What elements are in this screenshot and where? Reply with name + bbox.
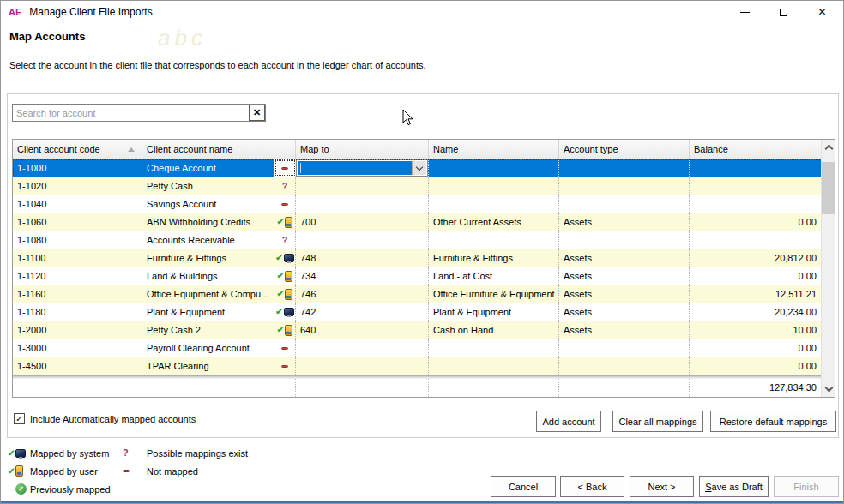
cell-balance: 10.00 [690,321,822,339]
grid-row[interactable]: 1-1020Petty Cash? [13,177,822,195]
maximize-button[interactable] [764,1,803,23]
search-box: ✕ [12,104,266,122]
cell-mapping-status [274,159,296,177]
cell-name [429,231,559,249]
grid-row[interactable]: 1-1100Furniture & Fittings✔748Furniture … [13,249,822,267]
restore-default-mappings-button[interactable]: Restore default mappings [710,411,836,432]
legend: ✔ Mapped by system ? Possible mappings e… [8,444,248,498]
previously-mapped-icon: ✔ [8,483,30,495]
minimize-icon [740,12,750,13]
add-account-button[interactable]: Add account [536,411,601,432]
next-button[interactable]: Next > [630,476,694,497]
close-button[interactable]: ✕ [803,1,841,23]
cell-mapping-status: ✔ [274,213,296,231]
ae-app-icon: AE [9,7,21,17]
search-input[interactable] [13,105,249,121]
cell-client-account-code: 1-2000 [13,321,142,339]
clear-all-mappings-button[interactable]: Clear all mappings [612,411,703,432]
cell-client-account-name: Furniture & Fittings [142,249,274,267]
check-icon: ✔ [277,218,284,226]
column-header-name[interactable]: Name [429,140,559,159]
cell-account-type [559,195,690,213]
cell-client-account-code: 1-4500 [13,357,142,375]
column-header-balance[interactable]: Balance [690,140,822,159]
search-clear-button[interactable]: ✕ [249,105,265,121]
watermark: abc [158,25,207,51]
cell-map-to: 746 [296,285,429,303]
cell-map-to [296,357,429,375]
cell-map-to [296,177,429,195]
cell-account-type: Assets [559,321,690,339]
chevron-down-icon [824,384,833,393]
legend-mapped-by-user: Mapped by user [30,466,123,477]
column-header-client-account-name[interactable]: Client account name [142,140,274,159]
cell-account-type: Assets [559,213,690,231]
grid-total-row: 127,834.30 [13,379,822,397]
cell-name [429,177,559,195]
grid-row[interactable]: 1-1160Office Equipment & Compu...✔746Off… [13,285,822,303]
grid-row[interactable]: 1-1080Accounts Receivable? [13,231,822,249]
user-icon [15,465,23,477]
grid-row[interactable]: 1-1060ABN Withholding Credits✔700Other C… [13,213,822,231]
cell-client-account-name: Plant & Equipment [142,303,274,321]
cancel-button[interactable]: Cancel [491,476,556,497]
column-header-account-type[interactable]: Account type [559,140,690,159]
column-header-status[interactable] [274,140,296,159]
cell-name [429,357,559,375]
scroll-down-button[interactable] [822,382,835,397]
minimize-button[interactable] [726,1,764,23]
cell-client-account-name: Accounts Receivable [142,231,274,249]
cell-map-to [296,195,429,213]
cell-mapping-status [274,357,296,375]
grid-row[interactable]: 1-1040Savings Account [13,195,822,213]
column-header-client-account-code[interactable]: Client account code [13,140,142,159]
cell-client-account-name: Savings Account [142,195,274,213]
user-icon [285,325,292,336]
cell-name: Other Current Assets [429,213,559,231]
check-icon: ✔ [277,272,284,280]
title-bar: AE Manage Client File Imports [1,1,843,23]
cell-client-account-code: 1-1020 [13,177,142,195]
cell-account-type: Assets [559,285,690,303]
grid-row[interactable]: 1-3000Payroll Clearing Account0.00 [13,339,822,357]
map-to-combobox[interactable] [296,159,428,177]
not-mapped-icon [281,365,288,368]
combo-dropdown-button[interactable] [412,161,426,175]
cell-name: Cash on Hand [429,321,559,339]
cell-client-account-code: 1-1080 [13,231,142,249]
not-mapped-icon [281,347,288,350]
grid-row[interactable]: 1-2000Petty Cash 2✔640Cash on HandAssets… [13,321,822,339]
cell-name [429,195,559,213]
cell-client-account-name: Payroll Clearing Account [142,339,274,357]
cell-account-type [559,357,690,375]
cell-name: Plant & Equipment [429,303,559,321]
grid-row[interactable]: 1-1120Land & Buildings✔734Land - at Cost… [13,267,822,285]
scrollbar-thumb[interactable] [822,162,835,214]
cell-mapping-status: ✔ [274,303,296,321]
accounts-grid: Client account code Client account name … [12,139,835,398]
cell-client-account-name: Land & Buildings [142,267,274,285]
cell-balance [690,159,822,177]
window-title: Manage Client File Imports [29,6,152,18]
combo-text-area[interactable] [298,161,412,175]
page-title: Map Accounts [9,30,85,43]
question-icon: ? [123,448,147,458]
user-icon [285,217,292,228]
grid-row[interactable]: 1-4500TPAR Clearing0.00 [13,357,822,375]
include-auto-mapped-checkbox[interactable]: ✓ [14,413,25,424]
include-auto-mapped-option[interactable]: ✓ Include Automatically mapped accounts [14,413,196,424]
cell-client-account-code: 1-1060 [13,213,142,231]
cell-client-account-name: TPAR Clearing [142,357,274,375]
column-header-map-to[interactable]: Map to [296,140,429,159]
dialog-window: AE Manage Client File Imports ✕ Map Acco… [0,0,844,504]
vertical-scrollbar[interactable] [821,140,835,397]
grid-header: Client account code Client account name … [13,140,822,159]
grid-row[interactable]: 1-1180Plant & Equipment✔742Plant & Equip… [13,303,822,321]
grid-row[interactable]: 1-1000Cheque Account [13,159,822,177]
cell-client-account-code: 1-1160 [13,285,142,303]
cell-balance [690,195,822,213]
save-as-draft-button[interactable]: Save as Draft [699,476,769,497]
scroll-up-button[interactable] [822,140,835,154]
finish-button[interactable]: Finish [774,476,839,497]
back-button[interactable]: < Back [560,476,624,497]
